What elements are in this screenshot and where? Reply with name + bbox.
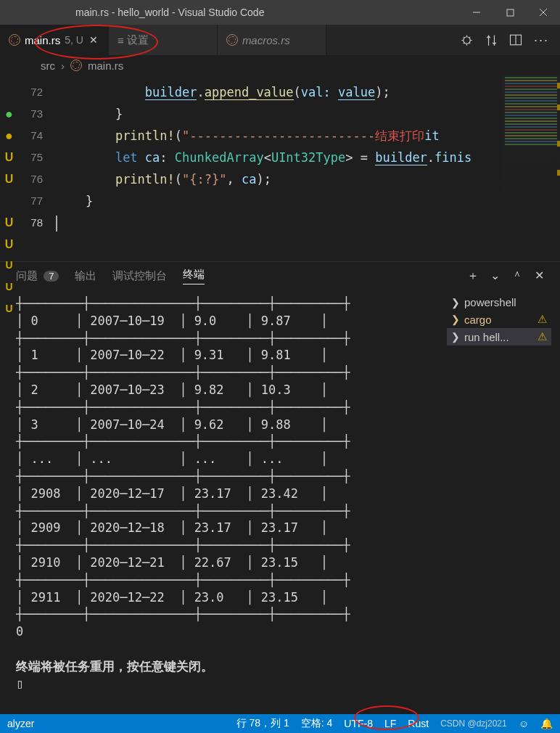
untracked-mark: U: [0, 276, 18, 298]
tab-settings[interactable]: ≡ 设置: [109, 25, 218, 55]
gutter-decorations: ● ● U U U U: [0, 75, 18, 261]
rust-icon: [70, 60, 82, 71]
panel-tab-problems[interactable]: 问题 7: [16, 269, 59, 283]
close-icon[interactable]: ✕: [88, 34, 99, 46]
compare-icon[interactable]: [485, 33, 499, 47]
task-label: powershell: [464, 296, 516, 308]
window-controls: [460, 0, 560, 25]
tab-label: 设置: [127, 33, 149, 47]
terminal-icon: ❯: [451, 331, 460, 343]
panel-actions: ＋ ⌄ ＾ ✕: [467, 269, 544, 284]
tab-macros-rs[interactable]: macros.rs: [218, 25, 326, 55]
terminal-dropdown-icon[interactable]: ⌄: [490, 269, 500, 284]
run-debug-icon[interactable]: [460, 33, 474, 47]
close-panel-icon[interactable]: ✕: [535, 269, 544, 284]
panel-tab-output[interactable]: 输出: [75, 269, 96, 283]
git-added-dot: ●: [0, 103, 18, 125]
close-window-button[interactable]: [527, 0, 560, 25]
maximize-button[interactable]: [493, 0, 527, 25]
watermark: CSDN @dzj2021: [440, 718, 507, 729]
tab-label: main.rs: [25, 34, 60, 46]
feedback-icon[interactable]: ☺: [519, 718, 529, 729]
window-title: main.rs - hello_world - Visual Studio Co…: [75, 7, 264, 18]
panel-tabs: 问题 7 输出 调试控制台 终端 ＋ ⌄ ＾ ✕: [0, 262, 560, 290]
status-extension[interactable]: alyzer: [7, 718, 34, 729]
terminal-icon: ❯: [451, 314, 460, 325]
bottom-panel: 问题 7 输出 调试控制台 终端 ＋ ⌄ ＾ ✕ ┼────────┼─────…: [0, 261, 560, 714]
task-label: run hell...: [464, 331, 509, 343]
maximize-panel-icon[interactable]: ＾: [511, 269, 523, 284]
new-terminal-icon[interactable]: ＋: [467, 269, 479, 284]
untracked-mark: U: [0, 147, 18, 168]
panel-body: ┼────────┼──────────────┼─────────┼─────…: [0, 290, 560, 714]
svg-rect-0: [507, 9, 514, 16]
panel-tab-debug-console[interactable]: 调试控制台: [112, 269, 167, 283]
line-numbers: 72737475767778: [18, 75, 56, 261]
title-bar: main.rs - hello_world - Visual Studio Co…: [0, 0, 560, 25]
terminal-task-list: ❯ powershell ❯ cargo ⚠ ❯ run hell... ⚠: [444, 290, 560, 714]
status-indentation[interactable]: 空格: 4: [301, 717, 333, 730]
warning-icon: ⚠: [538, 330, 547, 343]
untracked-mark: U: [0, 298, 18, 319]
panel-tab-terminal[interactable]: 终端: [183, 268, 205, 284]
tab-actions: ···: [460, 25, 560, 55]
terminal-task-cargo[interactable]: ❯ cargo ⚠: [447, 311, 551, 328]
code-editor[interactable]: ● ● U U U U 72737475767778 builder.appen…: [0, 75, 560, 261]
untracked-mark: U: [0, 234, 18, 255]
tab-main-rs[interactable]: main.rs 5, U ✕: [0, 25, 109, 55]
chevron-right-icon: ›: [61, 60, 65, 72]
status-bar: alyzer 行 78，列 1 空格: 4 UTF-8 LF Rust CSDN…: [0, 714, 560, 733]
rust-icon: [226, 34, 238, 46]
untracked-mark: U: [0, 212, 18, 234]
notifications-icon[interactable]: 🔔: [540, 718, 553, 729]
editor-tabs: main.rs 5, U ✕ ≡ 设置 macros.rs ···: [0, 25, 560, 55]
more-icon[interactable]: ···: [534, 33, 548, 48]
rust-icon: [9, 34, 20, 46]
split-editor-icon[interactable]: [509, 33, 524, 46]
task-label: cargo: [464, 314, 492, 326]
settings-icon: ≡: [118, 34, 123, 46]
terminal-task-run-hello[interactable]: ❯ run hell... ⚠: [447, 328, 551, 345]
untracked-mark: U: [0, 254, 18, 276]
warning-icon: ⚠: [538, 313, 547, 326]
minimize-button[interactable]: [460, 0, 493, 25]
minimap[interactable]: [502, 75, 560, 221]
terminal-task-powershell[interactable]: ❯ powershell: [447, 294, 551, 311]
code-content[interactable]: builder.append_value(val: value); } prin…: [56, 75, 560, 261]
scm-decorations: U U U: [0, 254, 18, 319]
breadcrumb[interactable]: src › main.rs: [0, 55, 560, 75]
status-encoding[interactable]: UTF-8: [344, 718, 373, 729]
status-eol[interactable]: LF: [384, 718, 396, 729]
tab-label: macros.rs: [242, 34, 290, 46]
problems-count: 7: [44, 271, 59, 282]
breadcrumb-part[interactable]: src: [41, 60, 55, 72]
terminal-output[interactable]: ┼────────┼──────────────┼─────────┼─────…: [0, 290, 444, 714]
tab-badge: 5, U: [65, 34, 83, 46]
git-modified-dot: ●: [0, 125, 18, 147]
status-cursor-position[interactable]: 行 78，列 1: [236, 717, 289, 730]
terminal-icon: ❯: [451, 297, 460, 308]
status-language[interactable]: Rust: [408, 718, 429, 729]
untracked-mark: U: [0, 168, 18, 190]
breadcrumb-part[interactable]: main.rs: [88, 60, 123, 72]
